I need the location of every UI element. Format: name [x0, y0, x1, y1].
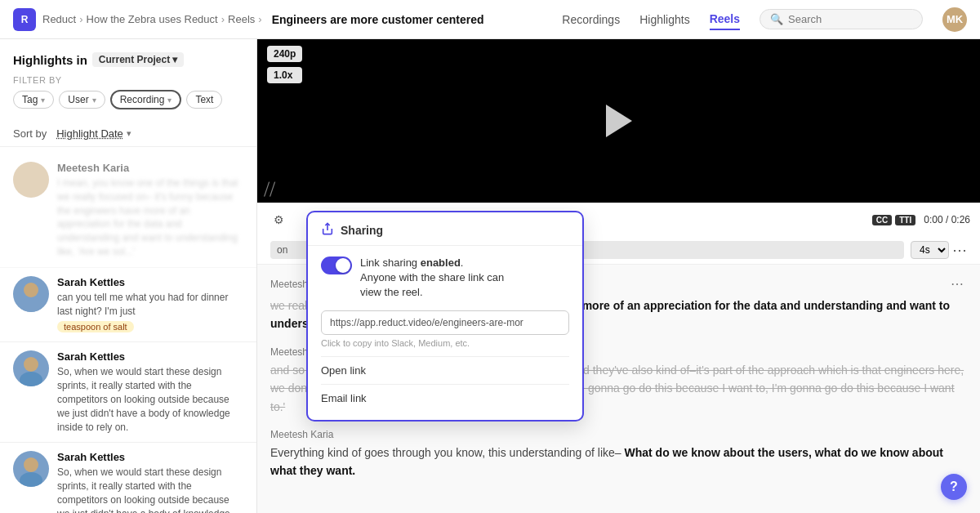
svg-point-1: [20, 297, 42, 312]
card-avatar-2: [13, 350, 49, 386]
filter-text-label: Text: [195, 94, 213, 105]
transcript-highlight-2-0: What do we know about the users, what do…: [270, 446, 943, 477]
speaker-name-2: Meetesh Karia: [270, 429, 333, 440]
transcript-strike-1-0: and so: [270, 364, 308, 377]
card-text-0: I mean, you know one of the things is th…: [57, 176, 243, 259]
player-badges: CC TTI: [872, 215, 915, 225]
settings-button[interactable]: ⚙: [267, 208, 290, 231]
toggle-desc-bold: enabled: [421, 256, 461, 269]
filter-chip-recording[interactable]: Recording ▾: [110, 90, 182, 109]
card-name-1: Sarah Kettles: [57, 276, 243, 288]
svg-point-0: [24, 283, 38, 297]
toggle-knob: [336, 258, 350, 273]
card-text-2: So, when we would start these design spr…: [57, 365, 243, 434]
transcript-more-0[interactable]: ⋯: [947, 274, 967, 293]
project-chevron-icon: ▾: [172, 54, 177, 65]
filter-chip-tag[interactable]: Tag ▾: [13, 91, 54, 109]
popup-divider-2: [321, 384, 569, 385]
filter-chip-user[interactable]: User ▾: [59, 91, 105, 109]
play-button[interactable]: [606, 105, 632, 137]
nav-recordings[interactable]: Recordings: [562, 10, 620, 29]
video-player[interactable]: 240p 1.0x ⧸⧸: [257, 39, 980, 203]
breadcrumb: Reduct › How the Zebra uses Reduct › Ree…: [42, 13, 262, 25]
breadcrumb-reduct[interactable]: Reduct: [42, 13, 76, 25]
avatar-initials: MK: [947, 13, 963, 25]
cc-badge[interactable]: CC: [872, 215, 892, 225]
breadcrumb-zebra[interactable]: How the Zebra uses Reduct: [87, 13, 218, 25]
card-body-3: Sarah Kettles So, when we would start th…: [57, 451, 243, 513]
clip-label: on: [277, 244, 287, 256]
highlight-card-1[interactable]: Sarah Kettles can you tell me what you h…: [0, 268, 256, 343]
svg-point-5: [20, 472, 42, 487]
help-icon: ?: [950, 480, 958, 494]
project-label: Current Project: [99, 54, 170, 65]
clip-controls: 4s ⋯: [911, 241, 967, 259]
share-svg-icon: [321, 222, 334, 235]
filter-chip-text[interactable]: Text: [186, 91, 222, 109]
highlights-label: Highlights in: [13, 53, 87, 67]
card-avatar-1: [13, 276, 49, 312]
sort-prefix: Sort by: [13, 127, 47, 140]
transcript-speaker-2: Meetesh Karia: [270, 429, 333, 440]
link-url[interactable]: https://app.reduct.video/e/engineers-are…: [321, 310, 569, 335]
project-badge[interactable]: Current Project ▾: [92, 52, 184, 67]
speed-button[interactable]: 1.0x: [267, 67, 302, 83]
open-link-button[interactable]: Open link: [321, 359, 569, 382]
highlights-title: Highlights in Current Project ▾: [13, 52, 243, 67]
svg-point-4: [24, 457, 38, 472]
clip-duration-select[interactable]: 4s: [911, 241, 949, 259]
page-title: Engineers are more customer centered: [272, 13, 484, 26]
toggle-desc-pre: Link sharing: [360, 256, 421, 269]
share-popup-icon: [321, 222, 334, 239]
sort-value: Highlight Date: [56, 127, 123, 140]
breadcrumb-sep-1: ›: [79, 13, 82, 25]
sharing-toggle[interactable]: [321, 256, 352, 274]
card-name-0: Meetesh Karia: [57, 162, 243, 174]
filter-recording-chevron-icon: ▾: [167, 96, 172, 105]
filter-user-label: User: [68, 94, 88, 105]
highlight-card-0[interactable]: Meetesh Karia I mean, you know one of th…: [0, 154, 256, 268]
sharing-popup: Sharing Link sharing enabled.Anyone with…: [306, 211, 584, 422]
user-avatar[interactable]: MK: [942, 7, 967, 32]
card-avatar-0: [13, 162, 49, 198]
sharing-title: Sharing: [341, 224, 383, 237]
logo[interactable]: R: [13, 8, 36, 31]
highlight-card-2[interactable]: Sarah Kettles So, when we would start th…: [0, 342, 256, 443]
time-total: 0:26: [951, 214, 970, 225]
search-icon: 🔍: [770, 13, 783, 25]
email-link-button[interactable]: Email link: [321, 386, 569, 410]
tti-badge[interactable]: TTI: [895, 215, 915, 225]
avatar-svg-1: [13, 276, 49, 312]
card-name-3: Sarah Kettles: [57, 451, 243, 463]
time-separator: /: [946, 214, 951, 225]
sharing-popup-header: Sharing: [308, 212, 582, 246]
transcript-text-2: Everything kind of goes through you know…: [270, 444, 967, 480]
nav-reels[interactable]: Reels: [710, 9, 740, 30]
card-body-1: Sarah Kettles can you tell me what you h…: [57, 276, 243, 334]
video-controls-top: 240p 1.0x: [267, 46, 302, 83]
logo-text: R: [21, 14, 29, 25]
sort-row[interactable]: Sort by Highlight Date ▾: [0, 119, 256, 140]
main-layout: Highlights in Current Project ▾ FILTER B…: [0, 39, 980, 513]
tag-badge-1[interactable]: teaspoon of salt: [57, 321, 134, 332]
quality-button[interactable]: 240p: [267, 46, 302, 62]
link-hint: Click to copy into Slack, Medium, etc.: [321, 338, 569, 348]
card-body-0: Meetesh Karia I mean, you know one of th…: [57, 162, 243, 259]
card-text-1: can you tell me what you had for dinner …: [57, 291, 243, 319]
breadcrumb-reels[interactable]: Reels: [228, 13, 255, 25]
top-nav: R Reduct › How the Zebra uses Reduct › R…: [0, 0, 980, 39]
sidebar-divider: [0, 146, 256, 147]
search-box[interactable]: 🔍: [760, 9, 923, 29]
avatar-svg-3: [13, 451, 49, 487]
help-button[interactable]: ?: [941, 474, 967, 500]
time-current: 0:00: [924, 214, 942, 225]
clip-more-button[interactable]: ⋯: [952, 241, 967, 259]
svg-point-2: [24, 357, 38, 372]
filter-user-chevron-icon: ▾: [92, 96, 96, 105]
transcript-segment-2: Meetesh Karia Everything kind of goes th…: [270, 429, 967, 480]
card-avatar-3: [13, 451, 49, 487]
highlight-card-3[interactable]: Sarah Kettles So, when we would start th…: [0, 443, 256, 513]
search-input[interactable]: [788, 13, 912, 25]
nav-highlights[interactable]: Highlights: [639, 10, 689, 29]
breadcrumb-sep-2: ›: [221, 13, 225, 25]
